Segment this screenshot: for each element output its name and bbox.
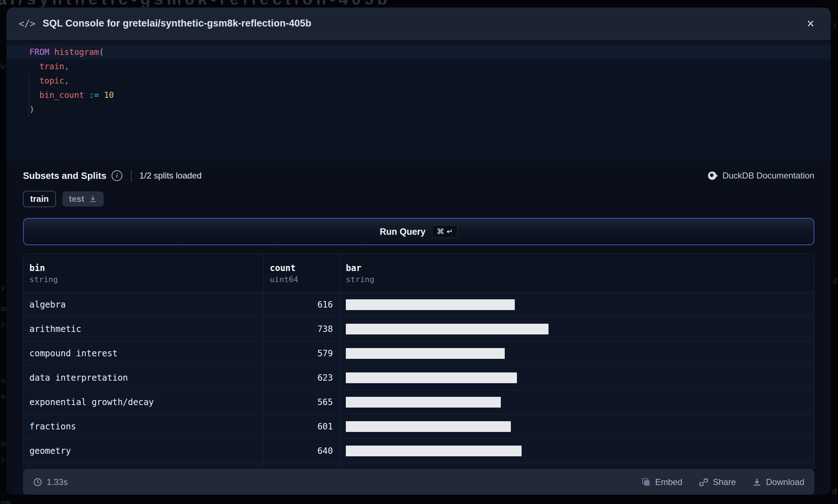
- share-label: Share: [713, 477, 736, 487]
- duckdb-logo-icon: [707, 170, 718, 181]
- split-chip-label: test: [69, 194, 84, 204]
- sql-console-modal: </> SQL Console for gretelai/synthetic-g…: [6, 8, 831, 495]
- sql-token-punct: [29, 76, 39, 85]
- share-button[interactable]: Share: [699, 477, 736, 487]
- sql-code-line: topic,: [29, 73, 831, 88]
- sql-token-name: topic: [39, 76, 64, 85]
- code-icon: </>: [19, 18, 36, 29]
- sql-token-punct: [29, 62, 39, 71]
- run-query-button[interactable]: Run Query ⌘ ↵: [23, 218, 814, 245]
- sql-token-name: train: [39, 62, 64, 71]
- column-name: bin: [29, 262, 263, 274]
- sql-token-punct: ): [29, 105, 34, 114]
- cell-bar: [339, 341, 814, 365]
- table-row: exponential growth/decay565: [23, 390, 814, 414]
- backdrop-fragment: d: [832, 487, 837, 496]
- sql-token-name: ,: [64, 62, 69, 71]
- sql-editor[interactable]: FROM histogram( train, topic, bin_count …: [6, 40, 831, 161]
- table-row: geometry640: [23, 439, 814, 463]
- cell-count: 616: [263, 293, 339, 317]
- sql-code-line: FROM histogram(: [29, 45, 831, 59]
- column-type: string: [29, 274, 263, 285]
- cell-count: 623: [263, 366, 339, 390]
- download-icon: [752, 477, 762, 487]
- column-header-count: countuint64: [263, 254, 339, 292]
- backdrop-fragment: w: [1, 62, 5, 71]
- sql-token-punct: [29, 90, 39, 100]
- cell-bin: geometry: [23, 439, 263, 463]
- share-link-icon: [699, 477, 708, 487]
- sql-code-line: train,: [29, 59, 831, 73]
- sql-token-name: histogram: [54, 47, 99, 57]
- histogram-bar: [346, 348, 505, 359]
- cell-bar: [339, 366, 814, 390]
- table-row: arithmetic738: [23, 317, 814, 341]
- cell-count: 640: [263, 439, 339, 463]
- sql-code-line: bin_count := 10: [29, 88, 831, 102]
- close-icon[interactable]: ×: [802, 17, 819, 30]
- modal-body: Subsets and Splits i 1/2 splits loaded D…: [6, 166, 831, 495]
- footer-actions: Embed Share Download: [641, 477, 804, 487]
- cell-bin: compound interest: [23, 341, 263, 365]
- embed-button[interactable]: Embed: [641, 477, 682, 487]
- split-chip-label: train: [30, 194, 49, 204]
- cell-count: 579: [263, 341, 339, 365]
- cell-bar: [339, 463, 814, 469]
- results-table[interactable]: binstringcountuint64barstringalgebra616a…: [23, 254, 814, 469]
- column-header-bin: binstring: [23, 254, 263, 292]
- sql-token-punct: [99, 90, 104, 100]
- backdrop-fragment: d: [832, 277, 837, 286]
- table-header-row: binstringcountuint64barstring: [23, 254, 814, 293]
- cell-bin: data interpretation: [23, 366, 263, 390]
- table-row: algebra616: [23, 293, 814, 317]
- histogram-bar: [346, 299, 515, 310]
- backdrop-fragment: om: [1, 498, 10, 504]
- histogram-bar: [346, 372, 517, 383]
- duckdb-documentation-link[interactable]: DuckDB Documentation: [707, 170, 814, 181]
- backdrop-fragment: is: [832, 21, 838, 30]
- clock-icon: [33, 477, 42, 487]
- query-duration: 1.33s: [33, 477, 68, 487]
- divider: [131, 170, 132, 181]
- split-chip-train[interactable]: train: [23, 191, 56, 207]
- sql-token-name: ,: [64, 76, 69, 85]
- keyboard-shortcut-badge: ⌘ ↵: [432, 225, 457, 238]
- download-icon: [89, 195, 97, 203]
- cell-count: 601: [263, 414, 339, 438]
- backdrop-clipped-heading: lai/synthetic-gsm8k-reflection-405b: [0, 0, 838, 7]
- histogram-bar: [346, 421, 511, 432]
- sql-token-keyword: FROM: [29, 47, 54, 57]
- cell-bar: [339, 317, 814, 341]
- modal-header: </> SQL Console for gretelai/synthetic-g…: [6, 8, 831, 40]
- sql-token-operator: :=: [89, 90, 99, 100]
- cell-bin: fractions: [23, 414, 263, 438]
- table-row: fractions601: [23, 414, 814, 439]
- cell-bar: [339, 414, 814, 438]
- duckdb-documentation-label: DuckDB Documentation: [722, 171, 814, 181]
- split-chips-row: traintest: [23, 191, 814, 207]
- modal-title: SQL Console for gretelai/synthetic-gsm8k…: [43, 18, 311, 29]
- download-button[interactable]: Download: [752, 477, 804, 487]
- info-icon[interactable]: i: [112, 170, 122, 181]
- sql-code: FROM histogram( train, topic, bin_count …: [6, 45, 831, 117]
- splits-loaded-status: 1/2 splits loaded: [140, 171, 202, 181]
- embed-copy-icon: [641, 477, 651, 487]
- cell-bin: exponential growth/decay: [23, 390, 263, 414]
- subsets-row: Subsets and Splits i 1/2 splits loaded D…: [23, 166, 814, 185]
- column-name: count: [270, 262, 339, 274]
- histogram-bar: [346, 446, 522, 456]
- cell-bin: algebra: [23, 293, 263, 317]
- sql-token-punct: (: [99, 47, 104, 57]
- table-row: data interpretation623: [23, 366, 814, 390]
- split-chip-test[interactable]: test: [62, 191, 104, 206]
- sql-code-line: ): [29, 102, 831, 117]
- subsets-heading: Subsets and Splits: [23, 170, 107, 181]
- backdrop-fragment: v: [1, 283, 5, 292]
- sql-token-punct: [84, 90, 89, 100]
- column-name: bar: [346, 262, 814, 274]
- histogram-bar: [346, 397, 501, 408]
- console-footer: 1.33s Embed Share: [23, 469, 814, 495]
- cell-count: 738: [263, 317, 339, 341]
- sql-token-number: 10: [104, 90, 114, 100]
- run-query-label: Run Query: [380, 227, 425, 237]
